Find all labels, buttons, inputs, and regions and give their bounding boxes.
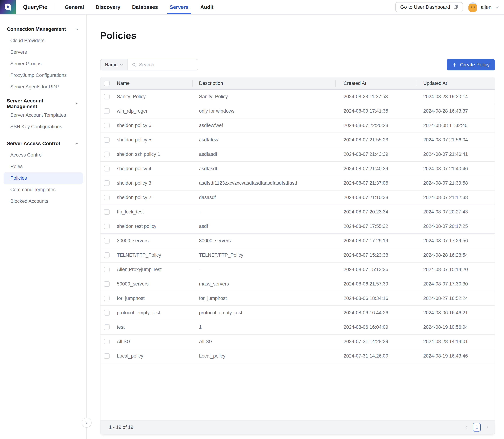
sidebar-item-ssh-key-configurations[interactable]: SSH Key Configurations [4, 121, 83, 133]
search-group: Name [100, 59, 198, 71]
sidebar-item-command-templates[interactable]: Command Templates [4, 184, 83, 195]
chevron-up-icon [75, 27, 79, 31]
row-checkbox[interactable] [104, 224, 109, 229]
row-cell-updated-at: 2024-08-28 16:28:54 [416, 252, 495, 258]
row-checkbox[interactable] [104, 353, 109, 359]
sidebar-section-title: Server Access Control [7, 141, 60, 146]
table-row[interactable]: sheldon ssh policy 1asdfasdf2024-08-07 2… [100, 147, 495, 162]
next-page-button[interactable] [485, 425, 489, 429]
row-checkbox[interactable] [104, 281, 109, 287]
table-row[interactable]: test12024-08-06 16:04:092024-08-19 10:56… [100, 320, 495, 335]
table-row[interactable]: win_rdp_rogeronly for windows2024-08-09 … [100, 104, 495, 119]
row-cell-created-at: 2024-08-06 16:04:09 [336, 324, 416, 330]
table-row[interactable]: for_jumphostfor_jumphost2024-08-06 18:34… [100, 291, 495, 306]
sidebar-section-header[interactable]: Connection Management [0, 24, 86, 35]
sidebar-section-header[interactable]: Server Access Control [0, 138, 86, 149]
row-checkbox[interactable] [104, 209, 109, 215]
row-checkbox[interactable] [104, 180, 109, 186]
table-row[interactable]: sheldon policy 2dasasdf2024-08-07 21:10:… [100, 191, 495, 205]
row-cell-description: Sanity_Policy [192, 94, 336, 99]
table-row[interactable]: Sanity_PolicySanity_Policy2024-08-23 11:… [100, 90, 495, 104]
sidebar-item-roles[interactable]: Roles [4, 161, 83, 172]
row-cell-created-at: 2024-08-06 16:44:26 [336, 310, 416, 316]
sidebar-item-proxyjump-configurations[interactable]: ProxyJump Configurations [4, 70, 83, 81]
row-checkbox[interactable] [104, 108, 109, 114]
row-checkbox[interactable] [104, 137, 109, 143]
sidebar-item-blocked-accounts[interactable]: Blocked Accounts [4, 195, 83, 207]
create-policy-button[interactable]: Create Policy [447, 59, 495, 71]
sidebar-item-policies[interactable]: Policies [4, 172, 83, 184]
chevron-left-icon [84, 420, 89, 425]
row-checkbox[interactable] [104, 123, 109, 128]
sidebar-collapse-button[interactable] [82, 418, 92, 428]
sidebar-item-server-groups[interactable]: Server Groups [4, 58, 83, 70]
row-cell-name: for_jumphost [110, 296, 192, 301]
table-row[interactable]: 50000_serversmass_servers2024-08-06 21:5… [100, 277, 495, 291]
table-row[interactable]: sheldon policy 3asdfsdf1123zxcvzxcvasdfa… [100, 176, 495, 191]
row-checkbox[interactable] [104, 296, 109, 301]
sidebar-section-title: Server Account Management [7, 98, 75, 110]
row-cell-checkbox [100, 296, 110, 301]
sidebar-item-server-account-templates[interactable]: Server Account Templates [4, 110, 83, 121]
page-number-button[interactable]: 1 [473, 423, 481, 432]
row-checkbox[interactable] [104, 252, 109, 258]
chevron-down-icon [120, 63, 123, 67]
table-footer: 1 - 19 of 19 1 [100, 420, 495, 434]
table-row[interactable]: sheldon test policyasdf2024-08-07 17:55:… [100, 219, 495, 234]
table-row[interactable]: 30000_servers30000_servers2024-08-07 17:… [100, 234, 495, 248]
avatar-face [468, 4, 477, 12]
row-checkbox[interactable] [104, 152, 109, 157]
search-filter-dropdown[interactable]: Name [100, 60, 128, 70]
logo-q-glyph [3, 2, 12, 12]
row-checkbox[interactable] [104, 94, 109, 99]
table-row[interactable]: sheldon policy 5asdfafew2024-08-07 21:55… [100, 133, 495, 147]
row-cell-description: - [192, 267, 336, 272]
header-cell-updated-at: Updated At [416, 77, 495, 89]
tab-databases[interactable]: Databases [132, 0, 158, 14]
external-link-icon [453, 5, 458, 9]
row-checkbox[interactable] [104, 195, 109, 200]
row-cell-updated-at: 2024-08-07 21:40:46 [416, 166, 495, 171]
sidebar-item-cloud-providers[interactable]: Cloud Providers [4, 35, 83, 47]
row-cell-created-at: 2024-08-07 15:13:36 [336, 267, 416, 272]
table-row[interactable]: Local_policyLocal_policy2024-07-31 14:26… [100, 349, 495, 363]
row-checkbox[interactable] [104, 339, 109, 344]
user-menu[interactable]: allen [468, 2, 499, 12]
table-row[interactable]: protocol_empty_testprotocol_empty_test20… [100, 306, 495, 320]
row-cell-checkbox [100, 324, 110, 330]
row-checkbox[interactable] [104, 166, 109, 171]
row-checkbox[interactable] [104, 238, 109, 244]
tab-discovery[interactable]: Discovery [96, 0, 120, 14]
row-cell-updated-at: 2024-08-07 21:46:41 [416, 152, 495, 157]
table-row[interactable]: sheldon policy 4asdfasdf2024-08-07 21:40… [100, 162, 495, 176]
previous-page-button[interactable] [464, 425, 468, 429]
row-cell-description: asdfewfwef [192, 123, 336, 128]
row-checkbox[interactable] [104, 310, 109, 316]
tab-general[interactable]: General [65, 0, 84, 14]
tab-audit[interactable]: Audit [200, 0, 213, 14]
row-cell-description: asdf [192, 224, 336, 229]
row-cell-created-at: 2024-08-07 17:29:19 [336, 238, 416, 244]
row-cell-name: sheldon ssh policy 1 [110, 152, 192, 157]
row-cell-updated-at: 2024-08-07 17:29:56 [416, 238, 495, 244]
search-input[interactable] [139, 62, 198, 68]
table-row[interactable]: tfp_lock_test-2024-08-07 20:23:342024-08… [100, 205, 495, 219]
go-to-user-dashboard-button[interactable]: Go to User Dashboard [395, 2, 463, 12]
select-all-checkbox[interactable] [104, 81, 109, 86]
row-cell-updated-at: 2024-08-07 20:17:25 [416, 224, 495, 229]
row-cell-updated-at: 2024-08-07 21:39:58 [416, 180, 495, 186]
table-row[interactable]: sheldon policy 6asdfewfwef2024-08-07 22:… [100, 119, 495, 133]
sidebar-item-server-agents-for-rdp[interactable]: Server Agents for RDP [4, 81, 83, 93]
row-checkbox[interactable] [104, 267, 109, 272]
table-row[interactable]: All SGAll SG2024-07-31 14:28:392024-08-2… [100, 335, 495, 349]
sidebar-section-header[interactable]: Server Account Management [0, 98, 86, 110]
pagination: 1 [464, 423, 489, 432]
tab-servers[interactable]: Servers [170, 0, 189, 14]
row-cell-checkbox [100, 137, 110, 143]
row-checkbox[interactable] [104, 324, 109, 330]
sidebar-item-servers[interactable]: Servers [4, 47, 83, 58]
table-row[interactable]: Allen Proxyjump Test-2024-08-07 15:13:36… [100, 263, 495, 277]
row-cell-checkbox [100, 353, 110, 359]
table-row[interactable]: TELNET/FTP_PolicyTELNET/FTP_Policy2024-0… [100, 248, 495, 263]
sidebar-item-access-control[interactable]: Access Control [4, 149, 83, 161]
